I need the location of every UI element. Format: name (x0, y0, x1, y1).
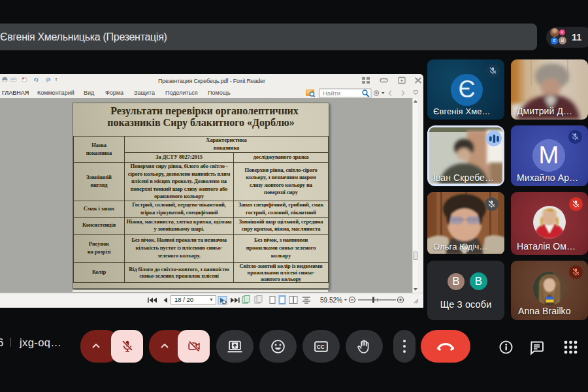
svg-text:CC: CC (317, 344, 325, 350)
svg-text:Найти: Найти (323, 90, 340, 97)
